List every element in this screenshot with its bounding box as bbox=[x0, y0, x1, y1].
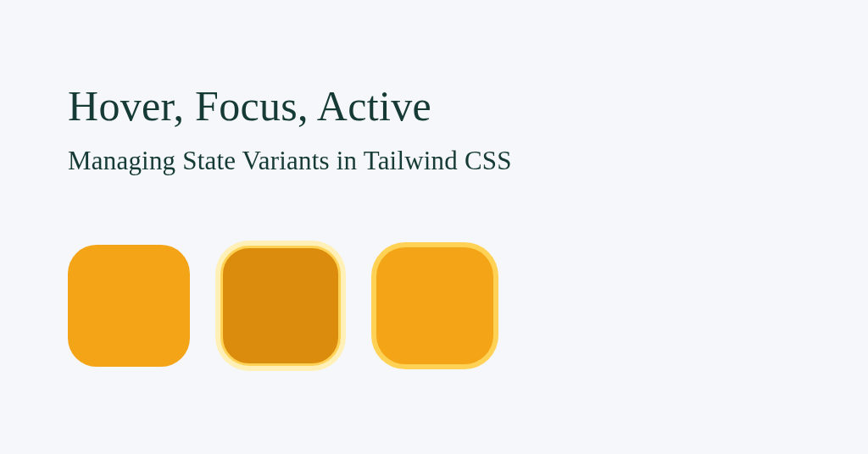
page-subtitle: Managing State Variants in Tailwind CSS bbox=[68, 146, 868, 176]
swatch-focus-ring bbox=[371, 242, 498, 369]
swatch-row bbox=[68, 241, 868, 371]
swatch-active bbox=[220, 246, 341, 366]
swatch-hover bbox=[68, 245, 190, 367]
page-title: Hover, Focus, Active bbox=[68, 81, 868, 130]
swatch-active-ring bbox=[215, 241, 346, 371]
swatch-focus bbox=[376, 247, 493, 364]
